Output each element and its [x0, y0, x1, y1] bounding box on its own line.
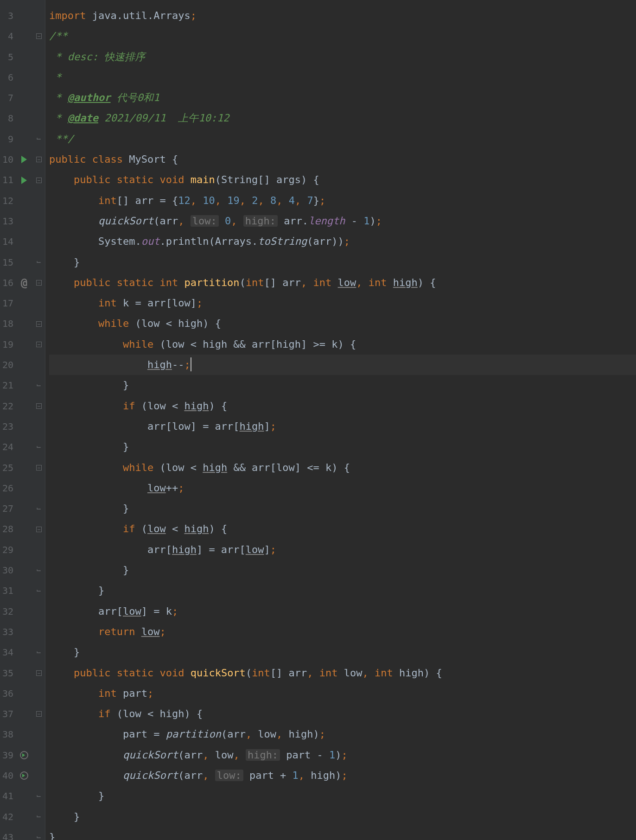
code-line[interactable]: } [49, 252, 636, 273]
code-line[interactable]: arr[low] = k; [49, 601, 636, 622]
line-number[interactable]: 35 [0, 663, 16, 683]
line-number[interactable]: 19 [0, 334, 16, 355]
code-line[interactable]: System.out.println(Arrays.toString(arr))… [49, 231, 636, 252]
code-line[interactable]: quickSort(arr, low: 0, high: arr.length … [49, 211, 636, 231]
fold-toggle-icon[interactable] [36, 711, 42, 717]
fold-toggle-icon[interactable] [36, 157, 42, 162]
line-number[interactable]: 33 [0, 622, 16, 642]
line-number[interactable]: 14 [0, 231, 16, 252]
code-line[interactable]: public static void quickSort(int[] arr, … [49, 663, 636, 683]
line-number[interactable]: 30 [0, 560, 16, 580]
line-number[interactable]: 34 [0, 642, 16, 662]
code-line[interactable]: arr[high] = arr[low]; [49, 540, 636, 560]
fold-toggle-icon[interactable] [36, 321, 42, 327]
code-line[interactable]: if (low < high) { [49, 519, 636, 539]
code-line[interactable]: } [49, 642, 636, 662]
code-line[interactable]: quickSort(arr, low, high: part - 1); [49, 745, 636, 765]
line-number[interactable]: 5 [0, 47, 16, 67]
line-number[interactable]: 8 [0, 108, 16, 128]
code-line[interactable]: /** [49, 26, 636, 46]
code-line[interactable]: } [49, 437, 636, 457]
code-line[interactable]: return low; [49, 622, 636, 642]
line-number[interactable]: 4 [0, 26, 16, 46]
line-number[interactable]: 17 [0, 293, 16, 313]
fold-column[interactable]: ⌐⌐⌐⌐⌐⌐⌐⌐⌐⌐⌐ [32, 0, 45, 840]
code-line[interactable]: high--; [49, 355, 636, 375]
code-line[interactable]: * @date 2021/09/11 上午10:12 [49, 108, 636, 128]
gutter-icons-column[interactable]: @ [16, 0, 32, 840]
line-number[interactable]: 27 [0, 498, 16, 519]
code-line[interactable]: } [49, 807, 636, 827]
code-area[interactable]: import java.util.Arrays;/** * desc: 快速排序… [45, 0, 636, 840]
code-line[interactable]: * [49, 67, 636, 88]
code-line[interactable]: public static int partition(int[] arr, i… [49, 273, 636, 293]
code-line[interactable]: while (low < high) { [49, 313, 636, 334]
recursive-call-icon[interactable] [20, 751, 28, 759]
code-line[interactable]: } [49, 498, 636, 519]
line-number[interactable]: 31 [0, 580, 16, 601]
code-line[interactable]: } [49, 827, 636, 840]
line-number[interactable]: 25 [0, 458, 16, 478]
line-number[interactable]: 6 [0, 67, 16, 88]
line-number[interactable]: 39 [0, 745, 16, 765]
override-icon[interactable]: @ [21, 276, 27, 289]
code-editor[interactable]: 3456789101112131415161718192021222324252… [0, 0, 636, 840]
code-line[interactable]: while (low < high && arr[high] >= k) { [49, 334, 636, 355]
code-line[interactable]: int part; [49, 683, 636, 704]
code-line[interactable]: arr[low] = arr[high]; [49, 416, 636, 437]
fold-toggle-icon[interactable] [36, 527, 42, 532]
run-icon[interactable] [21, 156, 27, 163]
code-line[interactable]: import java.util.Arrays; [49, 6, 636, 26]
line-number-gutter[interactable]: 3456789101112131415161718192021222324252… [0, 0, 16, 840]
line-number[interactable]: 37 [0, 704, 16, 724]
fold-toggle-icon[interactable] [36, 403, 42, 409]
code-line[interactable]: if (low < high) { [49, 704, 636, 724]
line-number[interactable]: 24 [0, 437, 16, 457]
fold-toggle-icon[interactable] [36, 280, 42, 286]
fold-toggle-icon[interactable] [36, 465, 42, 471]
code-line[interactable]: part = partition(arr, low, high); [49, 724, 636, 745]
line-number[interactable]: 41 [0, 786, 16, 806]
fold-toggle-icon[interactable] [36, 670, 42, 676]
code-line[interactable]: } [49, 560, 636, 580]
code-line[interactable]: quickSort(arr, low: part + 1, high); [49, 765, 636, 786]
fold-toggle-icon[interactable] [36, 178, 42, 183]
line-number[interactable]: 7 [0, 88, 16, 108]
code-line[interactable]: low++; [49, 478, 636, 498]
code-line[interactable]: * @author 代号0和1 [49, 88, 636, 108]
line-number[interactable]: 15 [0, 252, 16, 273]
run-icon[interactable] [21, 177, 27, 184]
line-number[interactable]: 10 [0, 149, 16, 170]
line-number[interactable]: 3 [0, 6, 16, 26]
line-number[interactable]: 9 [0, 129, 16, 149]
recursive-call-icon[interactable] [20, 771, 28, 780]
line-number[interactable]: 20 [0, 355, 16, 375]
line-number[interactable]: 22 [0, 396, 16, 416]
line-number[interactable]: 18 [0, 313, 16, 334]
fold-toggle-icon[interactable] [36, 342, 42, 347]
line-number[interactable]: 43 [0, 827, 16, 840]
code-line[interactable]: **/ [49, 129, 636, 149]
code-line[interactable]: public class MySort { [49, 149, 636, 170]
code-line[interactable]: int k = arr[low]; [49, 293, 636, 313]
code-line[interactable]: * desc: 快速排序 [49, 47, 636, 67]
code-line[interactable]: } [49, 786, 636, 806]
code-line[interactable]: int[] arr = {12, 10, 19, 2, 8, 4, 7}; [49, 191, 636, 211]
line-number[interactable]: 28 [0, 519, 16, 539]
line-number[interactable]: 38 [0, 724, 16, 745]
code-line[interactable]: if (low < high) { [49, 396, 636, 416]
line-number[interactable]: 26 [0, 478, 16, 498]
line-number[interactable]: 40 [0, 765, 16, 786]
line-number[interactable]: 36 [0, 683, 16, 704]
code-line[interactable]: public static void main(String[] args) { [49, 170, 636, 190]
line-number[interactable]: 12 [0, 191, 16, 211]
line-number[interactable]: 11 [0, 170, 16, 190]
line-number[interactable]: 16 [0, 273, 16, 293]
code-line[interactable]: } [49, 580, 636, 601]
code-line[interactable]: while (low < high && arr[low] <= k) { [49, 458, 636, 478]
line-number[interactable]: 23 [0, 416, 16, 437]
line-number[interactable]: 32 [0, 601, 16, 622]
line-number[interactable]: 21 [0, 375, 16, 395]
fold-toggle-icon[interactable] [36, 33, 42, 39]
code-line[interactable]: } [49, 375, 636, 395]
